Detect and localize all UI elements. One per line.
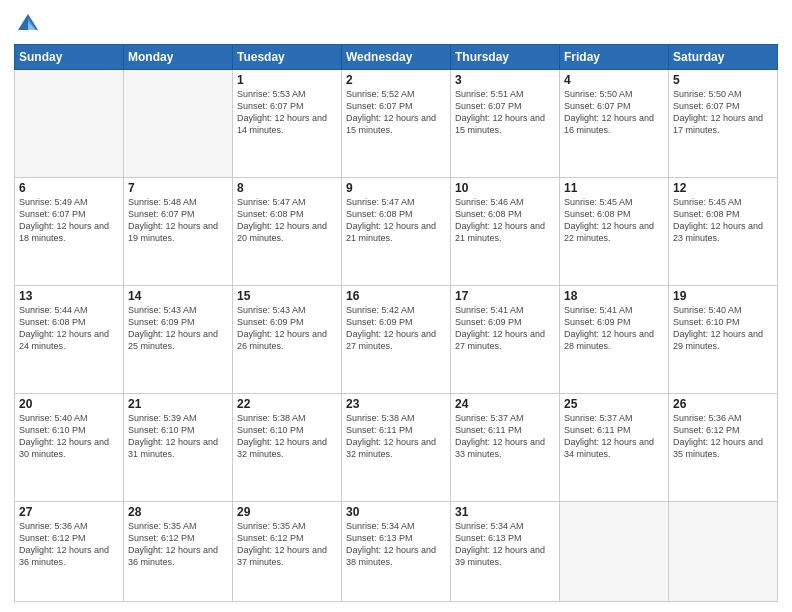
day-info: Sunrise: 5:36 AMSunset: 6:12 PMDaylight:… — [19, 520, 119, 569]
day-info: Sunrise: 5:38 AMSunset: 6:11 PMDaylight:… — [346, 412, 446, 461]
day-number: 18 — [564, 289, 664, 303]
calendar-header-friday: Friday — [560, 45, 669, 70]
calendar-cell: 7Sunrise: 5:48 AMSunset: 6:07 PMDaylight… — [124, 177, 233, 285]
day-number: 17 — [455, 289, 555, 303]
calendar-cell: 24Sunrise: 5:37 AMSunset: 6:11 PMDayligh… — [451, 393, 560, 501]
calendar-cell — [15, 70, 124, 178]
day-info: Sunrise: 5:38 AMSunset: 6:10 PMDaylight:… — [237, 412, 337, 461]
day-number: 31 — [455, 505, 555, 519]
calendar-header-monday: Monday — [124, 45, 233, 70]
day-info: Sunrise: 5:34 AMSunset: 6:13 PMDaylight:… — [455, 520, 555, 569]
calendar-week-1: 1Sunrise: 5:53 AMSunset: 6:07 PMDaylight… — [15, 70, 778, 178]
calendar-cell: 8Sunrise: 5:47 AMSunset: 6:08 PMDaylight… — [233, 177, 342, 285]
calendar-cell: 3Sunrise: 5:51 AMSunset: 6:07 PMDaylight… — [451, 70, 560, 178]
calendar-cell: 9Sunrise: 5:47 AMSunset: 6:08 PMDaylight… — [342, 177, 451, 285]
day-info: Sunrise: 5:49 AMSunset: 6:07 PMDaylight:… — [19, 196, 119, 245]
day-number: 1 — [237, 73, 337, 87]
calendar-cell: 21Sunrise: 5:39 AMSunset: 6:10 PMDayligh… — [124, 393, 233, 501]
day-info: Sunrise: 5:47 AMSunset: 6:08 PMDaylight:… — [237, 196, 337, 245]
calendar-cell: 2Sunrise: 5:52 AMSunset: 6:07 PMDaylight… — [342, 70, 451, 178]
day-number: 2 — [346, 73, 446, 87]
calendar-cell: 25Sunrise: 5:37 AMSunset: 6:11 PMDayligh… — [560, 393, 669, 501]
calendar-cell: 5Sunrise: 5:50 AMSunset: 6:07 PMDaylight… — [669, 70, 778, 178]
day-info: Sunrise: 5:46 AMSunset: 6:08 PMDaylight:… — [455, 196, 555, 245]
calendar-cell: 18Sunrise: 5:41 AMSunset: 6:09 PMDayligh… — [560, 285, 669, 393]
calendar-cell: 19Sunrise: 5:40 AMSunset: 6:10 PMDayligh… — [669, 285, 778, 393]
day-number: 5 — [673, 73, 773, 87]
calendar-cell: 30Sunrise: 5:34 AMSunset: 6:13 PMDayligh… — [342, 501, 451, 601]
day-info: Sunrise: 5:36 AMSunset: 6:12 PMDaylight:… — [673, 412, 773, 461]
day-number: 15 — [237, 289, 337, 303]
day-info: Sunrise: 5:43 AMSunset: 6:09 PMDaylight:… — [128, 304, 228, 353]
day-info: Sunrise: 5:43 AMSunset: 6:09 PMDaylight:… — [237, 304, 337, 353]
day-info: Sunrise: 5:48 AMSunset: 6:07 PMDaylight:… — [128, 196, 228, 245]
day-info: Sunrise: 5:47 AMSunset: 6:08 PMDaylight:… — [346, 196, 446, 245]
day-info: Sunrise: 5:40 AMSunset: 6:10 PMDaylight:… — [19, 412, 119, 461]
day-info: Sunrise: 5:51 AMSunset: 6:07 PMDaylight:… — [455, 88, 555, 137]
day-info: Sunrise: 5:37 AMSunset: 6:11 PMDaylight:… — [564, 412, 664, 461]
day-info: Sunrise: 5:45 AMSunset: 6:08 PMDaylight:… — [564, 196, 664, 245]
day-number: 28 — [128, 505, 228, 519]
calendar: SundayMondayTuesdayWednesdayThursdayFrid… — [14, 44, 778, 602]
calendar-header-saturday: Saturday — [669, 45, 778, 70]
day-number: 8 — [237, 181, 337, 195]
calendar-cell: 23Sunrise: 5:38 AMSunset: 6:11 PMDayligh… — [342, 393, 451, 501]
calendar-cell — [669, 501, 778, 601]
day-number: 24 — [455, 397, 555, 411]
day-info: Sunrise: 5:44 AMSunset: 6:08 PMDaylight:… — [19, 304, 119, 353]
day-info: Sunrise: 5:41 AMSunset: 6:09 PMDaylight:… — [564, 304, 664, 353]
header — [14, 10, 778, 38]
logo — [14, 10, 46, 38]
day-info: Sunrise: 5:40 AMSunset: 6:10 PMDaylight:… — [673, 304, 773, 353]
day-info: Sunrise: 5:34 AMSunset: 6:13 PMDaylight:… — [346, 520, 446, 569]
day-info: Sunrise: 5:42 AMSunset: 6:09 PMDaylight:… — [346, 304, 446, 353]
day-number: 29 — [237, 505, 337, 519]
calendar-cell: 15Sunrise: 5:43 AMSunset: 6:09 PMDayligh… — [233, 285, 342, 393]
calendar-header-row: SundayMondayTuesdayWednesdayThursdayFrid… — [15, 45, 778, 70]
day-number: 23 — [346, 397, 446, 411]
day-number: 4 — [564, 73, 664, 87]
calendar-week-2: 6Sunrise: 5:49 AMSunset: 6:07 PMDaylight… — [15, 177, 778, 285]
calendar-cell: 6Sunrise: 5:49 AMSunset: 6:07 PMDaylight… — [15, 177, 124, 285]
day-number: 6 — [19, 181, 119, 195]
day-number: 12 — [673, 181, 773, 195]
calendar-cell: 27Sunrise: 5:36 AMSunset: 6:12 PMDayligh… — [15, 501, 124, 601]
day-number: 21 — [128, 397, 228, 411]
day-number: 30 — [346, 505, 446, 519]
day-number: 25 — [564, 397, 664, 411]
day-number: 22 — [237, 397, 337, 411]
day-number: 3 — [455, 73, 555, 87]
day-info: Sunrise: 5:35 AMSunset: 6:12 PMDaylight:… — [237, 520, 337, 569]
day-info: Sunrise: 5:52 AMSunset: 6:07 PMDaylight:… — [346, 88, 446, 137]
calendar-cell: 11Sunrise: 5:45 AMSunset: 6:08 PMDayligh… — [560, 177, 669, 285]
day-number: 16 — [346, 289, 446, 303]
calendar-cell: 29Sunrise: 5:35 AMSunset: 6:12 PMDayligh… — [233, 501, 342, 601]
calendar-cell — [560, 501, 669, 601]
day-number: 13 — [19, 289, 119, 303]
calendar-week-5: 27Sunrise: 5:36 AMSunset: 6:12 PMDayligh… — [15, 501, 778, 601]
day-number: 10 — [455, 181, 555, 195]
calendar-cell: 20Sunrise: 5:40 AMSunset: 6:10 PMDayligh… — [15, 393, 124, 501]
calendar-week-4: 20Sunrise: 5:40 AMSunset: 6:10 PMDayligh… — [15, 393, 778, 501]
day-info: Sunrise: 5:35 AMSunset: 6:12 PMDaylight:… — [128, 520, 228, 569]
calendar-cell: 28Sunrise: 5:35 AMSunset: 6:12 PMDayligh… — [124, 501, 233, 601]
calendar-week-3: 13Sunrise: 5:44 AMSunset: 6:08 PMDayligh… — [15, 285, 778, 393]
day-number: 7 — [128, 181, 228, 195]
calendar-cell — [124, 70, 233, 178]
calendar-header-wednesday: Wednesday — [342, 45, 451, 70]
day-info: Sunrise: 5:41 AMSunset: 6:09 PMDaylight:… — [455, 304, 555, 353]
day-number: 27 — [19, 505, 119, 519]
calendar-cell: 31Sunrise: 5:34 AMSunset: 6:13 PMDayligh… — [451, 501, 560, 601]
calendar-cell: 17Sunrise: 5:41 AMSunset: 6:09 PMDayligh… — [451, 285, 560, 393]
calendar-cell: 22Sunrise: 5:38 AMSunset: 6:10 PMDayligh… — [233, 393, 342, 501]
day-number: 14 — [128, 289, 228, 303]
day-number: 20 — [19, 397, 119, 411]
calendar-cell: 16Sunrise: 5:42 AMSunset: 6:09 PMDayligh… — [342, 285, 451, 393]
day-info: Sunrise: 5:45 AMSunset: 6:08 PMDaylight:… — [673, 196, 773, 245]
calendar-header-sunday: Sunday — [15, 45, 124, 70]
calendar-header-tuesday: Tuesday — [233, 45, 342, 70]
general-blue-icon — [14, 10, 42, 38]
day-info: Sunrise: 5:39 AMSunset: 6:10 PMDaylight:… — [128, 412, 228, 461]
calendar-cell: 14Sunrise: 5:43 AMSunset: 6:09 PMDayligh… — [124, 285, 233, 393]
calendar-cell: 13Sunrise: 5:44 AMSunset: 6:08 PMDayligh… — [15, 285, 124, 393]
